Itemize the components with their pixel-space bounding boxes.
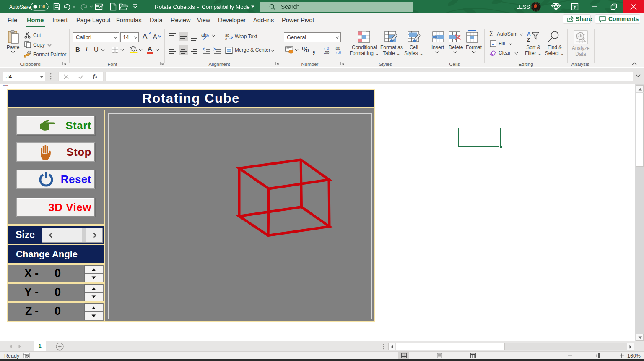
svg-text:Off: Off (39, 4, 45, 9)
svg-text:A: A (527, 31, 531, 37)
svg-text:ab: ab (201, 32, 206, 37)
svg-text:.00: .00 (324, 50, 329, 54)
svg-text:AutoSave: AutoSave (9, 4, 31, 10)
svg-text:Compatibility Mode: Compatibility Mode (202, 4, 250, 10)
svg-text:Z: Z (527, 37, 530, 43)
svg-text:-: - (197, 4, 199, 10)
svg-text:c: c (225, 37, 227, 41)
svg-text:LESS: LESS (516, 4, 530, 10)
svg-text:Rotate Cube.xls: Rotate Cube.xls (155, 4, 195, 10)
svg-text:→.0: →.0 (334, 50, 341, 54)
